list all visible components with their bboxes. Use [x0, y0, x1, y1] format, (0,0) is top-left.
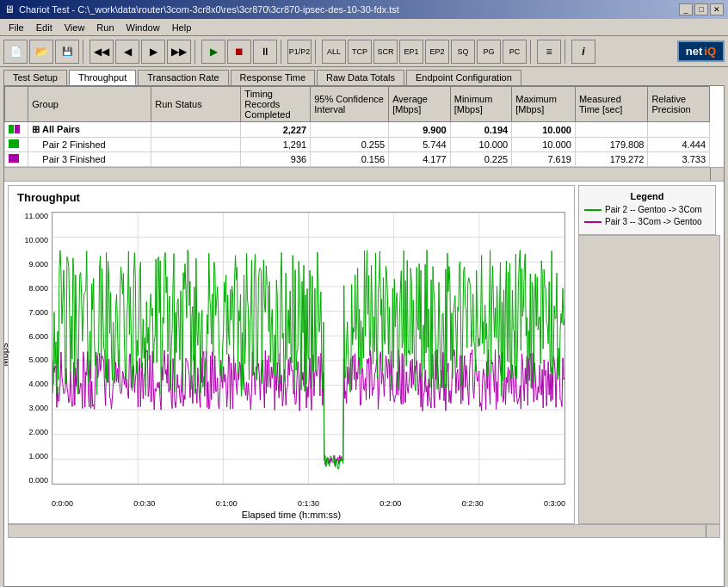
tab-content: Group Run Status Timing Records Complete… [3, 85, 725, 587]
table-scrollbar-h[interactable] [4, 168, 724, 182]
pause-button[interactable]: ⏸ [253, 40, 277, 64]
toolbar: 📄 📂 💾 ◀◀ ◀ ▶ ▶▶ ▶ ⏹ ⏸ P1/P2 ALL TCP SCR … [0, 36, 728, 67]
row-icon-p2 [5, 138, 28, 152]
table-row: Pair 3 Finished 936 0.156 4.177 0.225 7.… [5, 152, 710, 167]
x-axis-title: Elapsed time (h:mm:ss) [242, 510, 342, 520]
tab-response-time[interactable]: Response Time [231, 70, 315, 85]
save-button[interactable]: 💾 [55, 40, 79, 64]
legend-item-1: Pair 2 -- Gentoo -> 3Com [584, 205, 710, 214]
all-button[interactable]: ALL [322, 40, 346, 64]
open-button[interactable]: 📂 [29, 40, 53, 64]
separator-5 [530, 40, 534, 64]
row-min-all: 0.194 [450, 122, 512, 138]
row-max-p3: 7.619 [512, 152, 576, 167]
separator-6 [565, 40, 568, 64]
row-avg-p3: 4.177 [389, 152, 451, 167]
next-button[interactable]: ▶ [141, 40, 165, 64]
row-icon-p3 [5, 152, 28, 167]
main-wrapper: Test Setup Throughput Transaction Rate R… [0, 67, 728, 587]
th-max: Maximum [Mbps] [512, 87, 576, 122]
table-row: Pair 2 Finished 1,291 0.255 5.744 10.000… [5, 138, 710, 152]
tab-transaction-rate[interactable]: Transaction Rate [138, 70, 228, 85]
row-group-p3: Pair 3 Finished [28, 152, 151, 167]
back-button[interactable]: ◀◀ [89, 40, 114, 64]
table-wrapper: Group Run Status Timing Records Complete… [4, 86, 724, 168]
row-time-p2: 179.808 [575, 138, 648, 152]
legend-line-purple [584, 221, 602, 223]
row-rp-p3: 3.733 [648, 152, 710, 167]
th-min: Minimum [Mbps] [450, 87, 512, 122]
chart-canvas [52, 213, 565, 484]
minimize-button[interactable]: _ [679, 3, 693, 15]
row-icon-all [5, 122, 28, 138]
legend-title: Legend [584, 191, 710, 201]
row-min-p3: 0.225 [450, 152, 512, 167]
legend-label-2: Pair 3 -- 3Com -> Gentoo [605, 217, 702, 226]
maximize-button[interactable]: □ [694, 3, 708, 15]
th-icon [5, 87, 28, 122]
row-timing-p3: 936 [241, 152, 311, 167]
pc-button[interactable]: PC [503, 40, 527, 64]
row-status-p3 [151, 152, 241, 167]
chart-container: Throughput Mbps 11.000 10.000 9.000 8.00… [8, 185, 575, 524]
row-group-all: ⊞ All Pairs [28, 122, 151, 138]
legend-section: Legend Pair 2 -- Gentoo -> 3Com Pair 3 -… [578, 185, 720, 524]
ep1-button[interactable]: EP1 [399, 40, 423, 64]
row-time-p3: 179.272 [575, 152, 648, 167]
chart-title: Throughput [17, 191, 80, 204]
th-ci: 95% Confidence Interval [311, 87, 389, 122]
row-avg-all: 9.900 [389, 122, 451, 138]
menu-view[interactable]: View [59, 22, 90, 34]
row-rp-all [648, 122, 710, 138]
menu-run[interactable]: Run [91, 22, 119, 34]
tab-throughput[interactable]: Throughput [69, 70, 136, 85]
th-time: Measured Time [sec] [575, 87, 648, 122]
tab-endpoint-config[interactable]: Endpoint Configuration [406, 70, 521, 85]
legend-item-2: Pair 3 -- 3Com -> Gentoo [584, 217, 710, 226]
row-status-p2 [151, 138, 241, 152]
window-title: Chariot Test - C:\_work\data\router\3com… [19, 4, 399, 15]
scr-button[interactable]: SCR [373, 40, 398, 64]
pg-button[interactable]: PG [477, 40, 501, 64]
new-button[interactable]: 📄 [3, 40, 28, 64]
forward-button[interactable]: ▶▶ [167, 40, 191, 64]
app-icon: 🖥 [4, 3, 15, 15]
tab-raw-data[interactable]: Raw Data Totals [317, 70, 404, 85]
menu-file[interactable]: File [3, 22, 29, 34]
sq-button[interactable]: SQ [451, 40, 475, 64]
pair-button[interactable]: P1/P2 [287, 40, 312, 64]
row-status-all [151, 122, 241, 138]
menu2-button[interactable]: ≡ [537, 40, 561, 64]
tcp-button[interactable]: TCP [348, 40, 372, 64]
title-bar: 🖥 Chariot Test - C:\_work\data\router\3c… [0, 0, 728, 19]
prev-button[interactable]: ◀ [115, 40, 139, 64]
row-group-p2: Pair 2 Finished [28, 138, 151, 152]
legend-label-1: Pair 2 -- Gentoo -> 3Com [605, 205, 702, 214]
stop-button[interactable]: ⏹ [227, 40, 251, 64]
row-min-p2: 10.000 [450, 138, 512, 152]
separator-1 [83, 40, 86, 64]
tab-bar: Test Setup Throughput Transaction Rate R… [0, 67, 728, 85]
ep2-button[interactable]: EP2 [425, 40, 449, 64]
chart-scrollbar-h[interactable] [8, 524, 720, 538]
run-button[interactable]: ▶ [201, 40, 225, 64]
th-avg: Average [Mbps] [389, 87, 451, 122]
info-button[interactable]: i [571, 40, 595, 64]
menu-window[interactable]: Window [121, 22, 165, 34]
y-axis-label: Mbps [3, 343, 9, 367]
th-group: Group [28, 87, 151, 122]
row-ci-p3: 0.156 [311, 152, 389, 167]
data-table: Group Run Status Timing Records Complete… [4, 86, 710, 167]
menu-help[interactable]: Help [167, 22, 197, 34]
separator-3 [281, 40, 284, 64]
close-button[interactable]: ✕ [710, 3, 724, 15]
row-timing-all: 2,227 [241, 122, 311, 138]
th-timing: Timing Records Completed [241, 87, 311, 122]
th-rp: Relative Precision [648, 87, 710, 122]
row-ci-all [311, 122, 389, 138]
separator-4 [315, 40, 318, 64]
menu-edit[interactable]: Edit [31, 22, 58, 34]
legend-scroll-area[interactable] [578, 235, 720, 524]
row-max-p2: 10.000 [512, 138, 576, 152]
tab-test-setup[interactable]: Test Setup [3, 70, 67, 85]
